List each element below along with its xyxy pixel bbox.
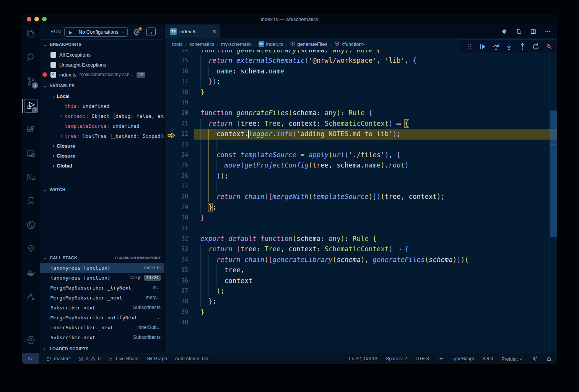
variable-row[interactable]: ›Closure <box>40 151 164 161</box>
variable-row[interactable]: templateSource: undefined <box>40 121 164 131</box>
source-control-icon[interactable]: 3 <box>22 72 40 91</box>
call-stack-frame[interactable]: Subscriber.nextSubscriber.ts <box>40 303 164 312</box>
code-line-30[interactable]: 30} <box>165 213 557 223</box>
call-stack-frame[interactable]: (anonymous function)call.js74:24 <box>40 273 164 283</box>
code-line-32[interactable]: 32export default function(schema: any): … <box>165 234 557 244</box>
variable-row[interactable]: ›Global <box>40 161 164 171</box>
nx-console-icon[interactable]: N≥ <box>22 168 40 186</box>
call-stack-section-header[interactable]: ⌄CALL STACKPAUSED ON BREAKPOINT <box>40 253 164 262</box>
cursor-position[interactable]: Ln 22, Col 13 <box>349 356 377 361</box>
explorer-icon[interactable] <box>22 24 40 43</box>
watch-section-header[interactable]: ⌄WATCH <box>40 185 164 194</box>
git-branch-status[interactable]: master* <box>46 356 70 362</box>
code-line-22[interactable]: 22 context.logger.info('adding NOTES.md … <box>165 129 557 139</box>
step-over-button[interactable] <box>492 42 500 51</box>
call-stack-frame[interactable]: InnerSubscriber._nextInnerSub... <box>40 322 164 332</box>
more-actions-icon[interactable] <box>545 28 551 35</box>
minimize-window-button[interactable] <box>34 17 39 21</box>
code-line-29[interactable]: 29 }; <box>165 202 557 213</box>
step-into-button[interactable] <box>505 42 513 51</box>
feedback-icon[interactable] <box>532 356 538 362</box>
code-line-24[interactable]: 24 const templateSource = apply(url('./f… <box>165 150 557 160</box>
breakpoint-row[interactable]: index.tstools/schematics/my-sch...22 <box>40 70 164 80</box>
indentation[interactable]: Spaces: 2 <box>386 356 407 361</box>
restart-button[interactable] <box>532 42 540 51</box>
auto-attach-status[interactable]: Auto Attach: On <box>175 356 208 361</box>
call-stack-frame[interactable]: (anonymous function)index.ts <box>40 263 164 273</box>
drag-handle[interactable] <box>465 42 473 51</box>
remote-explorer-icon[interactable] <box>22 145 40 163</box>
continue-button[interactable] <box>478 42 487 51</box>
split-editor-icon[interactable] <box>530 28 537 35</box>
code-line-35[interactable]: 35 tree, <box>165 265 557 275</box>
step-out-button[interactable] <box>518 42 527 51</box>
code-line-40[interactable]: 40 <box>165 317 557 328</box>
git-graph-status[interactable]: Git Graph <box>146 356 167 361</box>
code-line-16[interactable]: 16 name: schema.name <box>165 66 557 76</box>
extensions-icon[interactable] <box>22 121 40 139</box>
notifications-bell-icon[interactable] <box>546 356 552 362</box>
code-line-38[interactable]: 38 }; <box>165 296 557 307</box>
code-line-18[interactable]: 18} <box>165 87 557 98</box>
breadcrumb-item[interactable]: TSindex.ts <box>259 41 283 47</box>
code-line-21[interactable]: 21 return (tree: Tree, context: Schemati… <box>165 119 557 129</box>
bookmarks-icon[interactable] <box>22 192 40 210</box>
variable-row[interactable]: ›Closure <box>40 141 164 151</box>
code-line-20[interactable]: 20function generateFiles(schema: any): R… <box>165 108 557 118</box>
settings-gear-icon[interactable] <box>22 330 40 349</box>
ts-version[interactable]: 3.8.3 <box>482 356 493 361</box>
breakpoint-row[interactable]: All Exceptions <box>40 50 164 60</box>
language-mode[interactable]: TypeScript <box>451 356 474 361</box>
loaded-scripts-section-header[interactable]: ›LOADED SCRIPTS <box>40 344 164 353</box>
testing-icon[interactable] <box>22 239 40 258</box>
close-window-button[interactable] <box>27 17 31 21</box>
encoding[interactable]: UTF-8 <box>415 356 429 361</box>
code-line-15[interactable]: 15 return externalSchematic('@nrwl/works… <box>165 55 557 66</box>
call-stack-frame[interactable]: MergeMapSubscriber._nextmerg... <box>40 293 164 303</box>
code-line-31[interactable]: 31 <box>165 223 557 234</box>
call-stack-frame[interactable]: MergeMapSubscriber.notifyNext... <box>40 312 164 322</box>
code-line-37[interactable]: 37 ); <box>165 286 557 296</box>
prettier-status[interactable]: Prettier: ✓ <box>501 356 524 362</box>
run-debug-icon[interactable]: 1 <box>22 97 40 115</box>
docker-icon[interactable] <box>22 264 40 282</box>
editor-scrollbar[interactable] <box>550 50 557 353</box>
close-tab-icon[interactable]: ✕ <box>212 28 216 34</box>
tab-index-ts[interactable]: TS index.ts ✕ <box>165 24 221 38</box>
code-line-26[interactable]: 26 ]); <box>165 171 557 181</box>
call-stack-frame[interactable]: MergeMapSubscriber._tryNextm... <box>40 283 164 293</box>
breadcrumb-item[interactable]: generateFiles <box>290 41 327 47</box>
variables-section-header[interactable]: ⌄VARIABLES <box>40 81 164 90</box>
breadcrumb-item[interactable]: schematics <box>189 41 214 47</box>
variable-row[interactable]: ⌄Local <box>40 91 164 101</box>
breakpoints-section-header[interactable]: ⌄BREAKPOINTS <box>40 39 164 49</box>
code-line-34[interactable]: 34 return chain([generateLibrary(schema)… <box>165 255 557 265</box>
breadcrumb-item[interactable]: my-schematic <box>221 41 252 47</box>
breakpoint-row[interactable]: Uncaught Exceptions <box>40 60 164 70</box>
breadcrumb-item[interactable]: tools <box>172 41 182 47</box>
code-line-27[interactable]: 27 <box>165 181 557 192</box>
share-icon[interactable] <box>22 287 40 306</box>
disconnect-button[interactable] <box>545 42 553 51</box>
scrollbar-slider[interactable] <box>550 111 557 237</box>
open-run-view-icon[interactable] <box>146 28 156 36</box>
code-line-33[interactable]: 33 return (tree: Tree, context: Schemati… <box>165 244 557 254</box>
code-line-36[interactable]: 36 context <box>165 276 557 286</box>
code-line-25[interactable]: 25 move(getProjectConfig(tree, schema.na… <box>165 160 557 171</box>
code-line-39[interactable]: 39} <box>165 307 557 317</box>
problems-status[interactable]: 00 <box>78 356 101 362</box>
code-line-17[interactable]: 17 }); <box>165 76 557 87</box>
gitlens-icon[interactable] <box>22 216 40 234</box>
titlebar[interactable]: index.ts — wrkschematics <box>22 14 557 24</box>
compare-changes-icon[interactable] <box>516 28 522 35</box>
breadcrumb-item[interactable]: <function> <box>334 41 365 47</box>
call-stack-frame[interactable]: Subscriber.nextSubscriber.ts <box>40 332 164 342</box>
open-changes-icon[interactable] <box>501 28 507 35</box>
code-line-19[interactable]: 19 <box>165 98 557 108</box>
variable-row[interactable]: ›context: Object {debug: false, en… <box>40 111 164 121</box>
run-configurations-dropdown[interactable]: No Configurations⌄ <box>64 27 128 37</box>
variable-row[interactable]: this: undefined <box>40 101 164 111</box>
code-line-28[interactable]: 28 return chain([mergeWith(templateSourc… <box>165 192 557 202</box>
live-share-status[interactable]: Live Share <box>108 356 139 362</box>
remote-indicator[interactable] <box>22 353 39 364</box>
